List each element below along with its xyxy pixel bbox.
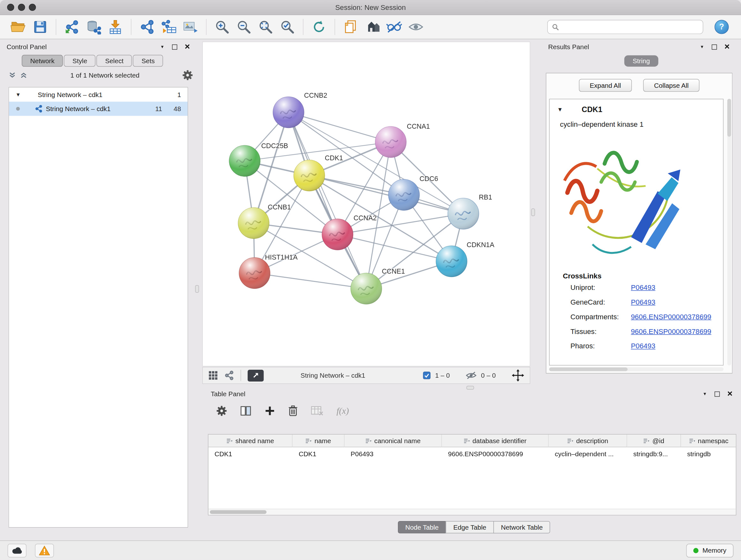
tab-style[interactable]: Style (64, 55, 95, 67)
protein-section-header[interactable]: ▼ CDK1 (549, 99, 723, 120)
table-horizontal-scrollbar[interactable] (208, 509, 736, 515)
crosslink-link[interactable]: P06493 (631, 298, 656, 306)
crosslink-link[interactable]: P06493 (631, 342, 656, 350)
collapse-panel-icon[interactable]: ▼ (703, 391, 707, 396)
tab-network-table[interactable]: Network Table (493, 521, 550, 534)
new-network-button[interactable] (136, 17, 158, 37)
detach-view-button[interactable] (248, 369, 264, 381)
crosslink-link[interactable]: 9606.ENSP00000378699 (631, 327, 711, 335)
network-node-CDC25B[interactable]: CDC25B (229, 142, 288, 177)
network-node-CCNB2[interactable]: CCNB2 (273, 91, 327, 128)
zoom-out-button[interactable] (233, 17, 255, 37)
results-horizontal-scrollbar[interactable] (549, 368, 724, 371)
zoom-fit-button[interactable] (255, 17, 276, 37)
hidden-eye-slash-icon[interactable] (466, 372, 476, 379)
network-node-CDKN1A[interactable]: CDKN1A (436, 241, 495, 277)
network-node-CCNB1[interactable]: CCNB1 (238, 203, 291, 239)
table-settings-gear-icon[interactable] (216, 406, 227, 416)
column-header-description[interactable]: description (549, 435, 627, 447)
search-input[interactable] (562, 23, 698, 31)
network-node-HIST1H1A[interactable]: HIST1H1A (239, 253, 298, 289)
column-header-shared-name[interactable]: shared name (208, 435, 293, 447)
collapse-all-button[interactable]: Collapse All (643, 79, 699, 91)
apply-layout-button[interactable] (308, 17, 330, 37)
float-panel-icon[interactable] (712, 44, 717, 49)
column-header-database-identifier[interactable]: database identifier (442, 435, 549, 447)
gear-icon[interactable] (183, 70, 193, 80)
network-node-CCNA1[interactable]: CCNA1 (375, 123, 430, 158)
help-button[interactable]: ? (715, 20, 729, 34)
tab-node-table[interactable]: Node Table (398, 521, 446, 534)
table-row[interactable]: CDK1CDK1P064939606.ENSP00000378699cyclin… (208, 447, 736, 460)
tab-network[interactable]: Network (22, 55, 63, 67)
column-header--id[interactable]: @id (627, 435, 681, 447)
tree-expand-icon[interactable]: ▼ (16, 91, 21, 98)
eye-icon (408, 21, 423, 33)
crosslinks-title: CrossLinks (549, 272, 723, 280)
tab-edge-table[interactable]: Edge Table (446, 521, 494, 534)
pan-move-icon[interactable] (512, 369, 524, 382)
network-edge[interactable] (288, 112, 366, 289)
close-panel-icon[interactable]: × (727, 389, 732, 398)
network-view-share-icon[interactable] (224, 371, 234, 380)
collapse-section-icon[interactable]: ▼ (557, 106, 563, 113)
network-edge[interactable] (309, 176, 463, 214)
home-button[interactable] (361, 17, 383, 37)
network-canvas[interactable]: CCNB2CCNA1CDC25BCDK1CDC6RB1CCNB1CCNA2CDK… (202, 42, 530, 366)
column-header-namespac[interactable]: namespac (681, 435, 736, 447)
network-collection-row[interactable]: ▼ String Network – cdk1 1 (9, 87, 188, 102)
network-edge[interactable] (288, 112, 391, 142)
network-node-CDK1[interactable]: CDK1 (293, 154, 343, 191)
memory-button[interactable]: Memory (686, 543, 733, 557)
copy-document-button[interactable] (340, 17, 361, 37)
import-network-from-database-button[interactable] (83, 17, 105, 37)
import-table-from-file-button[interactable] (105, 17, 126, 37)
cloud-button[interactable] (8, 543, 26, 557)
zoom-in-button[interactable] (211, 17, 233, 37)
panel-splitter-handle[interactable] (531, 208, 535, 216)
save-session-button[interactable] (29, 17, 51, 37)
network-and-table-button[interactable] (158, 17, 180, 37)
collapse-panel-icon[interactable]: ▼ (700, 44, 704, 49)
main-toolbar: ? (0, 15, 741, 39)
column-header-canonical-name[interactable]: canonical name (345, 435, 442, 447)
network-row-selected[interactable]: String Network – cdk1 11 48 (9, 102, 188, 116)
network-edge[interactable] (338, 234, 452, 261)
minimize-window-button[interactable] (18, 4, 25, 11)
column-header-name[interactable]: name (293, 435, 345, 447)
add-column-plus-icon[interactable] (265, 406, 275, 416)
network-edge[interactable] (255, 273, 366, 289)
zoom-selected-button[interactable] (276, 17, 298, 37)
view-grid-icon[interactable] (208, 371, 218, 380)
close-window-button[interactable] (7, 4, 14, 11)
collection-count: 1 (151, 91, 181, 98)
expand-all-button[interactable]: Expand All (579, 79, 632, 91)
show-columns-icon[interactable] (240, 406, 252, 416)
close-panel-icon[interactable]: × (185, 42, 190, 51)
close-panel-icon[interactable]: × (724, 42, 730, 51)
collapse-panel-icon[interactable]: ▼ (160, 44, 164, 49)
delete-column-trash-icon[interactable] (288, 405, 298, 417)
search-box[interactable] (547, 20, 703, 34)
selected-checkbox-icon[interactable] (423, 372, 430, 379)
float-panel-icon[interactable] (715, 391, 720, 396)
warnings-button[interactable] (35, 543, 54, 557)
collapse-all-icon[interactable] (9, 71, 16, 79)
panel-splitter-handle[interactable] (195, 285, 199, 293)
tab-string[interactable]: String (624, 55, 658, 67)
expand-all-icon[interactable] (20, 71, 27, 79)
open-session-button[interactable] (8, 17, 29, 37)
results-vertical-scrollbar[interactable] (727, 99, 731, 366)
hide-glasses-button[interactable] (383, 17, 405, 37)
tab-select[interactable]: Select (97, 55, 132, 67)
crosslink-link[interactable]: 9606.ENSP00000378699 (631, 313, 711, 320)
maximize-window-button[interactable] (29, 4, 36, 11)
float-panel-icon[interactable] (172, 44, 177, 49)
network-node-RB1[interactable]: RB1 (448, 193, 492, 229)
tab-sets[interactable]: Sets (133, 55, 163, 67)
import-network-from-file-button[interactable] (61, 17, 83, 37)
scrollbar-thumb[interactable] (210, 510, 267, 514)
export-image-button[interactable] (180, 17, 201, 37)
show-eye-button[interactable] (405, 17, 427, 37)
crosslink-link[interactable]: P06493 (631, 283, 656, 291)
